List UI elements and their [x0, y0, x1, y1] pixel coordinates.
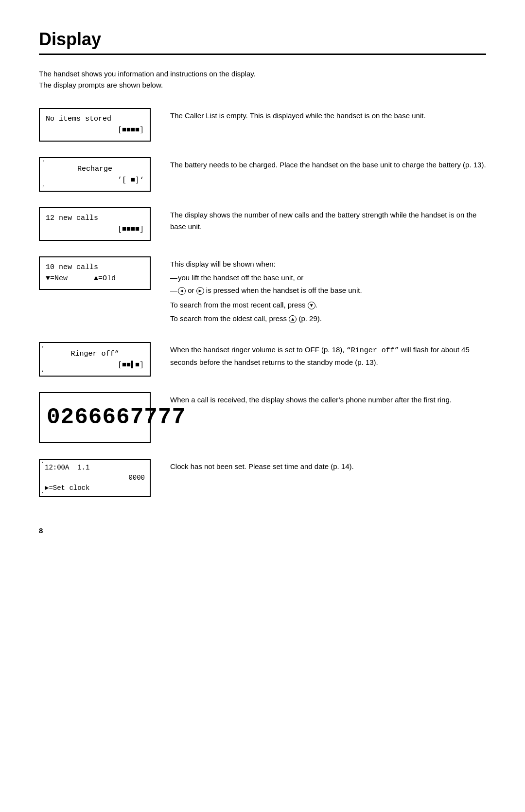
- page-title: Display: [39, 29, 486, 50]
- screen-recharge-line1: Recharge: [46, 163, 144, 175]
- display-row-no-items: No items stored [■■■■] The Caller List i…: [39, 108, 486, 142]
- display-row-10calls: 10 new calls ▼=New ▲=Old This display wi…: [39, 256, 486, 326]
- corner-clock-bl: ‚: [41, 488, 44, 495]
- corner-ringer-bl: ‚: [41, 366, 44, 374]
- corner-tl: ’: [42, 161, 45, 166]
- display-row-phonenumber: 0266667777 When a call is received, the …: [39, 392, 486, 443]
- screen-line-1: No items stored: [46, 114, 144, 125]
- desc-no-items: The Caller List is empty. This is displa…: [170, 108, 486, 122]
- corner-bl: ‚: [42, 183, 45, 188]
- screen-clock-line2: 0000: [45, 473, 145, 483]
- screen-12calls-line1: 12 new calls: [46, 213, 144, 224]
- screen-12calls-line2: [■■■■]: [46, 224, 144, 235]
- display-row-clock: ’ 12:00A 1.1 0000 ►=Set clock ‚ Clock ha…: [39, 459, 486, 497]
- display-section: No items stored [■■■■] The Caller List i…: [39, 108, 486, 497]
- screen-12calls: 12 new calls [■■■■]: [39, 207, 151, 241]
- list-item-lift: you lift the handset off the base unit, …: [170, 272, 486, 284]
- screen-phonenumber: 0266667777: [39, 392, 151, 443]
- screen-no-items: No items stored [■■■■]: [39, 108, 151, 142]
- screen-10calls: 10 new calls ▼=New ▲=Old: [39, 256, 151, 290]
- desc-10calls-title: This display will be shown when:: [170, 258, 486, 270]
- desc-10calls-search-new: To search from the most recent call, pre…: [170, 299, 486, 311]
- corner-ringer-tl: ’: [41, 345, 44, 352]
- intro-text: The handset shows you information and in…: [39, 69, 486, 90]
- desc-recharge: The battery needs to be charged. Place t…: [170, 157, 486, 171]
- screen-line-2: [■■■■]: [46, 125, 144, 136]
- desc-phonenumber: When a call is received, the display sho…: [170, 392, 486, 406]
- screen-ringer-line2: [■■▌■]: [46, 360, 144, 371]
- page-number: 8: [39, 526, 486, 535]
- screen-10calls-line1: 10 new calls: [46, 262, 144, 273]
- desc-clock: Clock has not been set. Please set time …: [170, 459, 486, 472]
- desc-10calls-list: you lift the handset off the base unit, …: [170, 272, 486, 296]
- corner-clock-tl: ’: [41, 461, 44, 468]
- desc-10calls-search-old: To search from the oldest call, press ▲ …: [170, 313, 486, 325]
- screen-clock-line1: 12:00A 1.1: [45, 463, 145, 473]
- right-arrow-icon: ►: [196, 287, 204, 295]
- screen-ringer-line1: Ringer off“: [46, 348, 144, 360]
- screen-clock: ’ 12:00A 1.1 0000 ►=Set clock ‚: [39, 459, 151, 497]
- up-arrow-icon: ▲: [289, 315, 297, 323]
- left-arrow-icon: ◄: [178, 287, 186, 295]
- desc-12calls: The display shows the number of new call…: [170, 207, 486, 233]
- screen-ringer: ’ Ringer off“ [■■▌■] ‚: [39, 342, 151, 377]
- ringer-code: “Ringer off”: [347, 346, 399, 355]
- display-row-12calls: 12 new calls [■■■■] The display shows th…: [39, 207, 486, 241]
- title-divider: [39, 54, 486, 55]
- phone-number-display: 0266667777: [47, 405, 186, 430]
- screen-recharge-line2: ’[ ■]‘: [46, 175, 144, 186]
- display-row-ringer: ’ Ringer off“ [■■▌■] ‚ When the handset …: [39, 342, 486, 377]
- screen-recharge: ’ Recharge ’[ ■]‘ ‚: [39, 157, 151, 192]
- display-row-recharge: ’ Recharge ’[ ■]‘ ‚ The battery needs to…: [39, 157, 486, 192]
- screen-10calls-line2: ▼=New ▲=Old: [46, 273, 144, 285]
- desc-ringer: When the handset ringer volume is set to…: [170, 342, 486, 368]
- screen-clock-line3: ►=Set clock: [45, 483, 145, 493]
- down-arrow-icon: ▼: [308, 302, 315, 309]
- desc-10calls: This display will be shown when: you lif…: [170, 256, 486, 326]
- list-item-button: ◄ or ► is pressed when the handset is of…: [170, 285, 486, 296]
